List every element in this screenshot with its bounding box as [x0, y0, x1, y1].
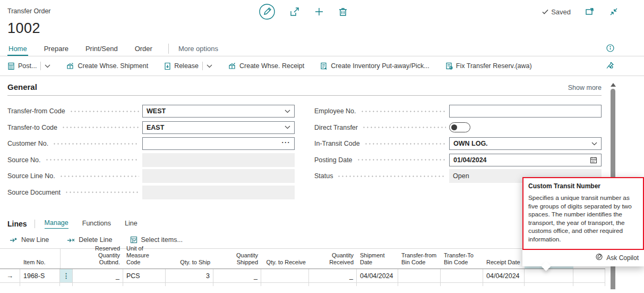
create-whse-receipt-button[interactable]: Create Whse. Receipt [228, 62, 304, 70]
scroll-up-arrow-icon[interactable] [611, 83, 616, 87]
stub-cell [398, 283, 441, 286]
col-header-qty-to-ship[interactable]: Qty. to Ship [166, 249, 213, 269]
ribbon-actions: Post... Create Whse. Shipment Release [0, 56, 644, 76]
cell-qty-to-receive[interactable] [261, 269, 309, 283]
cell-qty-to-ship[interactable]: 3 [166, 269, 213, 283]
dotted-leader [65, 191, 139, 193]
posting-date-input[interactable]: 01/04/2024 [449, 154, 602, 166]
share-icon[interactable] [289, 6, 300, 17]
tab-print-send[interactable]: Print/Send [84, 45, 119, 56]
lines-tab-line[interactable]: Line [125, 220, 138, 229]
split-separator [40, 62, 41, 70]
stub-cell [0, 283, 20, 286]
cell-reserved-qty[interactable]: _ [73, 269, 123, 283]
cell-transfer-to-bin[interactable] [441, 269, 483, 283]
popout-window-icon[interactable] [585, 7, 595, 16]
cell-quantity-received[interactable]: _ [309, 269, 357, 283]
row-menu-icon[interactable]: ⋮ [60, 269, 73, 283]
page-caption: Transfer Order [7, 7, 51, 15]
post-button[interactable]: Post... [7, 62, 37, 70]
lines-tab-manage[interactable]: Manage [45, 219, 68, 229]
col-header-shipment-date[interactable]: Shipment Date [357, 249, 398, 269]
stub-cell [573, 283, 605, 286]
col-header-reserved-qty[interactable]: Reserved Quantity Outbnd. [73, 249, 123, 269]
tab-home[interactable]: Home [7, 45, 28, 56]
transfer-from-code-label: Transfer-from Code [7, 107, 65, 115]
cell-receipt-date[interactable]: 04/04/2024 [483, 269, 525, 283]
more-options-button[interactable]: More options [178, 45, 218, 56]
fix-transfer-reserv-button[interactable]: Fix Transfer Reserv.(awa) [445, 62, 532, 70]
release-button[interactable]: Release [164, 62, 199, 70]
in-transit-code-input[interactable]: OWN LOG. [449, 137, 602, 150]
col-header-quantity-shipped[interactable]: Quantity Shipped [213, 249, 261, 269]
chevron-down-icon[interactable] [285, 110, 290, 113]
customer-no-input[interactable]: ... [142, 137, 295, 150]
source-line-no-label: Source Line No. [7, 172, 55, 180]
transfer-from-code-input[interactable]: WEST [142, 105, 295, 118]
create-whse-shipment-button[interactable]: Create Whse. Shipment [66, 62, 148, 70]
transfer-to-code-input[interactable]: EAST [142, 121, 295, 134]
field-posting-date: Posting Date 01/04/2024 [314, 152, 602, 169]
cell-quantity-shipped[interactable]: _ [213, 269, 261, 283]
col-header-qty-to-receive[interactable]: Qty. to Receive [261, 249, 309, 269]
chevron-down-icon[interactable] [591, 142, 597, 146]
delete-line-label: Delete Line [79, 236, 112, 244]
dotted-leader [62, 127, 139, 128]
table-row: → 1968-S ⋮ _ PCS 3 _ _ 04/04/2024 04/04/… [0, 269, 605, 283]
add-icon[interactable] [314, 6, 324, 17]
header-actions [259, 3, 348, 20]
ask-copilot-button[interactable]: Ask Copilot [522, 250, 644, 266]
lines-tab-functions[interactable]: Functions [82, 220, 111, 229]
stub-cell [73, 283, 123, 286]
calendar-icon[interactable] [590, 156, 597, 164]
direct-transfer-toggle[interactable] [449, 122, 470, 132]
col-header-quantity-received[interactable]: Quantity Received [309, 249, 357, 269]
split-separator [202, 62, 203, 70]
tab-prepare[interactable]: Prepare [43, 45, 70, 56]
cell-unit-of-measure[interactable]: PCS [123, 269, 166, 283]
create-inventory-putaway-button[interactable]: Create Inventory Put-away/Pick... [320, 62, 430, 70]
post-dropdown-chevron-icon[interactable] [45, 64, 50, 68]
chevron-down-icon[interactable] [285, 125, 290, 129]
post-split-button: Post... [7, 62, 50, 70]
show-more-link[interactable]: Show more [568, 84, 602, 91]
lookup-ellipsis-icon[interactable]: ... [282, 139, 290, 143]
page-title: 1002 [7, 20, 40, 37]
dotted-leader [357, 159, 446, 161]
transfer-to-code-value: EAST [147, 124, 164, 131]
collapse-icon[interactable] [609, 7, 619, 16]
header-right: Saved [542, 7, 619, 16]
new-line-button[interactable]: New Line [10, 236, 49, 244]
employee-no-input[interactable] [449, 105, 602, 118]
cell-item-no[interactable]: 1968-S [20, 269, 60, 283]
transfer-order-page: Transfer Order 1002 [0, 0, 644, 293]
source-no-label: Source No. [7, 156, 41, 164]
cell-transfer-from-bin[interactable] [398, 269, 441, 283]
delete-line-button[interactable]: Delete Line [67, 236, 112, 244]
delete-icon[interactable] [338, 6, 348, 17]
new-line-label: New Line [21, 236, 49, 244]
col-header-item-no[interactable]: Item No. [20, 249, 60, 269]
general-fields: Transfer-from Code WEST Transfer-to Code… [7, 103, 602, 200]
info-icon[interactable] [606, 44, 614, 52]
release-split-button: Release [164, 62, 212, 70]
select-items-button[interactable]: Select items... [130, 236, 183, 244]
col-header-transfer-from-bin[interactable]: Transfer-from Bin Code [398, 249, 441, 269]
general-header: General Show more [7, 82, 602, 96]
status-value: Open [453, 172, 469, 180]
col-header-unit-of-measure[interactable]: Unit of Measure Code [123, 249, 166, 269]
stub-cell [441, 283, 483, 286]
cell-shipment-date[interactable]: 04/04/2024 [357, 269, 398, 283]
cell-custom-transit-number[interactable] [525, 269, 573, 283]
field-employee-no: Employee No. [314, 103, 602, 120]
general-section: General Show more Transfer-from Code WES… [7, 82, 602, 200]
pin-icon[interactable] [606, 61, 614, 70]
field-transfer-from-code: Transfer-from Code WEST [7, 103, 295, 120]
table-header-row: Item No. Reserved Quantity Outbnd. Unit … [0, 249, 605, 269]
source-no-input [142, 153, 295, 167]
col-header-transfer-to-bin[interactable]: Transfer-To Bin Code [441, 249, 483, 269]
tab-order[interactable]: Order [134, 45, 153, 56]
edit-pencil-icon[interactable] [259, 3, 276, 20]
col-header-receipt-date[interactable]: Receipt Date [483, 249, 525, 269]
release-dropdown-chevron-icon[interactable] [207, 64, 212, 68]
